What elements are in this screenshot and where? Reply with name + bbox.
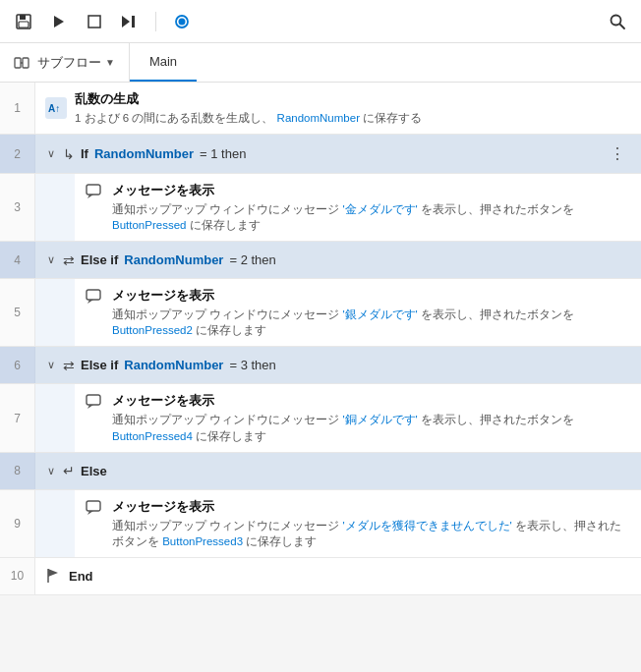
row-content-10[interactable]: End (35, 558, 641, 594)
indent-spacer-3 (35, 174, 75, 241)
svg-rect-1 (20, 15, 26, 20)
step-text-3: メッセージを表示 通知ポップアップ ウィンドウにメッセージ '金メダルです' を… (112, 182, 631, 233)
row-content-6[interactable]: ∨ ⇄ Else if RandomNumber = 3 then (35, 347, 641, 383)
toolbar (0, 0, 641, 43)
row-num-7: 7 (0, 384, 35, 451)
step-text-5: メッセージを表示 通知ポップアップ ウィンドウにメッセージ '銀メダルです' を… (112, 287, 631, 338)
svg-rect-4 (88, 16, 100, 28)
step-title-3: メッセージを表示 (112, 182, 631, 199)
row-content-1[interactable]: A↑ 乱数の生成 1 および 6 の間にある乱数を生成し、 RandomNumb… (35, 83, 641, 134)
step-title-9: メッセージを表示 (112, 498, 631, 516)
elseif-icon-6: ⇄ (63, 358, 75, 373)
step-text-1: 乱数の生成 1 および 6 の間にある乱数を生成し、 RandomNumber … (75, 90, 631, 126)
flow-row-7: 7 メッセージを表示 通知ポップアップ ウィンドウにメッセージ '銅メダルです'… (0, 384, 641, 452)
step-text-9: メッセージを表示 通知ポップアップ ウィンドウにメッセージ 'メダルを獲得できま… (112, 498, 631, 549)
step-text-7: メッセージを表示 通知ポップアップ ウィンドウにメッセージ '銅メダルです' を… (112, 392, 631, 443)
flow-row-10: 10 End (0, 558, 641, 595)
svg-rect-15 (87, 185, 100, 195)
svg-marker-5 (122, 16, 130, 28)
row-num-2: 2 (0, 135, 35, 173)
svg-text:A↑: A↑ (48, 103, 60, 114)
subflow-selector[interactable]: サブフロー ▼ (0, 43, 130, 82)
svg-rect-21 (87, 501, 100, 511)
step-title-1: 乱数の生成 (75, 90, 631, 108)
indent-spacer-7 (35, 384, 75, 451)
svg-rect-19 (87, 395, 100, 405)
flow-row-4: 4 ∨ ⇄ Else if RandomNumber = 2 then (0, 242, 641, 279)
collapse-btn-6[interactable]: ∨ (45, 357, 57, 373)
stop-button[interactable] (81, 8, 108, 35)
toolbar-separator (155, 12, 156, 31)
flow-row-3: 3 メッセージを表示 通知ポップアップ ウィンドウにメッセージ '金メダルです'… (0, 174, 641, 242)
svg-marker-24 (48, 569, 58, 577)
svg-rect-2 (19, 22, 29, 28)
record-button[interactable] (168, 8, 196, 35)
svg-rect-6 (132, 16, 135, 28)
main-content: 1 A↑ 乱数の生成 1 および 6 の間にある乱数を生成し、 RandomNu… (0, 83, 641, 672)
row-content-4[interactable]: ∨ ⇄ Else if RandomNumber = 2 then (35, 242, 641, 278)
subflow-label: サブフロー (37, 54, 101, 72)
row-num-6: 6 (0, 347, 35, 383)
run-button[interactable] (45, 8, 73, 35)
message-icon-5 (85, 287, 104, 307)
svg-rect-17 (87, 290, 100, 300)
subflow-chevron: ▼ (105, 57, 115, 68)
step-button[interactable] (116, 8, 144, 35)
indent-spacer-9 (35, 490, 75, 557)
collapse-btn-4[interactable]: ∨ (45, 252, 57, 268)
save-button[interactable] (10, 8, 37, 35)
step-desc-7: 通知ポップアップ ウィンドウにメッセージ '銅メダルです' を表示し、押されたボ… (112, 412, 631, 443)
row-num-3: 3 (0, 174, 35, 241)
row-num-1: 1 (0, 83, 35, 134)
row-num-5: 5 (0, 279, 35, 346)
step-desc-9: 通知ポップアップ ウィンドウにメッセージ 'メダルを獲得できませんでした' を表… (112, 518, 631, 549)
end-label: End (69, 569, 93, 584)
flow-row-5: 5 メッセージを表示 通知ポップアップ ウィンドウにメッセージ '銀メダルです'… (0, 279, 641, 347)
if-icon: ↳ (63, 146, 75, 162)
random-icon: A↑ (45, 97, 67, 119)
end-flag-icon (45, 568, 61, 584)
step-desc-5: 通知ポップアップ ウィンドウにメッセージ '銀メダルです' を表示し、押されたボ… (112, 307, 631, 338)
step-desc-3: 通知ポップアップ ウィンドウにメッセージ '金メダルです' を表示し、押されたボ… (112, 201, 631, 233)
message-icon-9 (85, 498, 104, 518)
flow-row-2: 2 ∨ ↳ If RandomNumber = 1 then ⋮ (0, 135, 641, 174)
search-button[interactable] (604, 8, 631, 35)
else-icon-8: ↵ (63, 463, 75, 478)
row-num-4: 4 (0, 242, 35, 278)
row-content-2[interactable]: ∨ ↳ If RandomNumber = 1 then ⋮ (35, 135, 641, 173)
step-title-5: メッセージを表示 (112, 287, 631, 305)
row-num-9: 9 (0, 490, 35, 557)
message-icon-3 (85, 182, 104, 201)
svg-rect-11 (15, 58, 21, 68)
step-desc-1: 1 および 6 の間にある乱数を生成し、 RandomNumber に保存する (75, 110, 631, 126)
step-title-7: メッセージを表示 (112, 392, 631, 410)
row-num-8: 8 (0, 453, 35, 489)
row-content-7[interactable]: メッセージを表示 通知ポップアップ ウィンドウにメッセージ '銅メダルです' を… (75, 384, 641, 451)
svg-point-8 (179, 18, 186, 25)
flow-row-9: 9 メッセージを表示 通知ポップアップ ウィンドウにメッセージ 'メダルを獲得で… (0, 490, 641, 558)
subflow-bar: サブフロー ▼ Main (0, 43, 641, 83)
svg-marker-3 (54, 16, 64, 28)
flow-row-6: 6 ∨ ⇄ Else if RandomNumber = 3 then (0, 347, 641, 384)
svg-line-10 (620, 24, 625, 28)
row-content-9[interactable]: メッセージを表示 通知ポップアップ ウィンドウにメッセージ 'メダルを獲得できま… (75, 490, 641, 557)
flow-row-8: 8 ∨ ↵ Else (0, 453, 641, 490)
row-content-8[interactable]: ∨ ↵ Else (35, 453, 641, 489)
message-icon-7 (85, 392, 104, 412)
elseif-icon-4: ⇄ (63, 252, 75, 268)
svg-rect-12 (23, 58, 29, 68)
collapse-btn-8[interactable]: ∨ (45, 463, 57, 479)
collapse-btn-2[interactable]: ∨ (45, 145, 57, 162)
row-content-3[interactable]: メッセージを表示 通知ポップアップ ウィンドウにメッセージ '金メダルです' を… (75, 174, 641, 241)
indent-spacer-5 (35, 279, 75, 346)
if-menu-btn[interactable]: ⋮ (604, 142, 631, 165)
row-num-10: 10 (0, 558, 35, 594)
row-content-5[interactable]: メッセージを表示 通知ポップアップ ウィンドウにメッセージ '銀メダルです' を… (75, 279, 641, 346)
flow-row-1: 1 A↑ 乱数の生成 1 および 6 の間にある乱数を生成し、 RandomNu… (0, 83, 641, 135)
tab-main[interactable]: Main (130, 43, 197, 82)
